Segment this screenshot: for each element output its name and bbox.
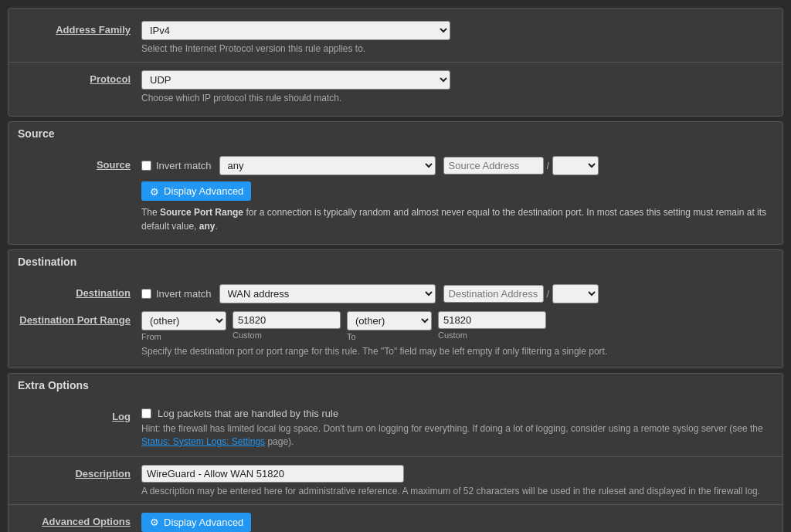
log-label: Log [18, 408, 141, 422]
protocol-label: Protocol [18, 70, 141, 85]
source-invert-label: Invert match [156, 160, 212, 171]
from-custom-label: Custom [233, 330, 341, 340]
destination-invert-label: Invert match [156, 288, 212, 300]
advanced-options-label: Advanced Options [18, 513, 141, 527]
destination-label: Destination [18, 284, 141, 299]
destination-invert-checkbox[interactable] [141, 289, 151, 299]
advanced-options-button[interactable]: ⚙ Display Advanced [141, 513, 251, 532]
from-custom-input[interactable]: 51820 [233, 311, 341, 329]
to-port-select[interactable]: (other) HTTP (80) HTTPS (443) SSH (22) [347, 311, 432, 330]
extra-options-section-header: Extra Options [8, 373, 783, 397]
from-port-select[interactable]: (other) HTTP (80) HTTPS (443) SSH (22) [141, 311, 226, 330]
source-subnet-select[interactable]: 8 16 24 32 [552, 156, 599, 175]
description-hint: A description may be entered here for ad… [141, 486, 773, 496]
to-label: To [347, 332, 432, 341]
protocol-hint: Choose which IP protocol this rule shoul… [141, 93, 773, 103]
from-label: From [141, 332, 226, 341]
destination-section-header: Destination [8, 249, 783, 273]
log-hint: Hint: the firewall has limited local log… [141, 422, 773, 449]
port-range-hint: Specify the destination port or port ran… [141, 346, 773, 357]
log-checkbox-label: Log packets that are handled by this rul… [158, 408, 338, 419]
destination-type-select[interactable]: WAN address LAN address any Custom [219, 284, 436, 303]
destination-slash: / [545, 288, 552, 300]
description-input[interactable]: WireGuard - Allow WAN 51820 [141, 465, 404, 483]
source-gear-icon: ⚙ [149, 186, 160, 197]
to-custom-input[interactable]: 51820 [438, 311, 546, 329]
destination-address-input[interactable] [443, 285, 544, 303]
to-custom-label: Custom [438, 330, 546, 340]
destination-subnet-select[interactable]: 8 16 24 32 [552, 284, 599, 303]
source-slash: / [545, 160, 552, 171]
address-family-hint: Select the Internet Protocol version thi… [141, 43, 773, 54]
source-address-input[interactable] [443, 157, 544, 175]
log-checkbox[interactable] [141, 408, 151, 418]
source-type-select[interactable]: any WAN address LAN address Custom [219, 156, 436, 175]
address-family-select[interactable]: IPv4 IPv6 IPv4+IPv6 [141, 21, 450, 40]
destination-port-range-label: Destination Port Range [18, 311, 141, 326]
source-display-advanced-button[interactable]: ⚙ Display Advanced [141, 181, 251, 201]
description-label: Description [18, 465, 141, 479]
protocol-select[interactable]: UDP TCP TCP/UDP ICMP any [141, 70, 450, 90]
source-section-header: Source [8, 121, 783, 145]
advanced-gear-icon: ⚙ [149, 517, 160, 527]
log-hint-link[interactable]: Status: System Logs: Settings [141, 436, 265, 447]
address-family-label: Address Family [18, 21, 141, 36]
source-port-range-info: The Source Port Range for a connection i… [141, 205, 773, 233]
source-any-bold: any [199, 221, 216, 232]
source-label: Source [18, 156, 141, 171]
source-port-range-bold: Source Port Range [160, 207, 243, 218]
source-invert-checkbox[interactable] [141, 161, 151, 171]
